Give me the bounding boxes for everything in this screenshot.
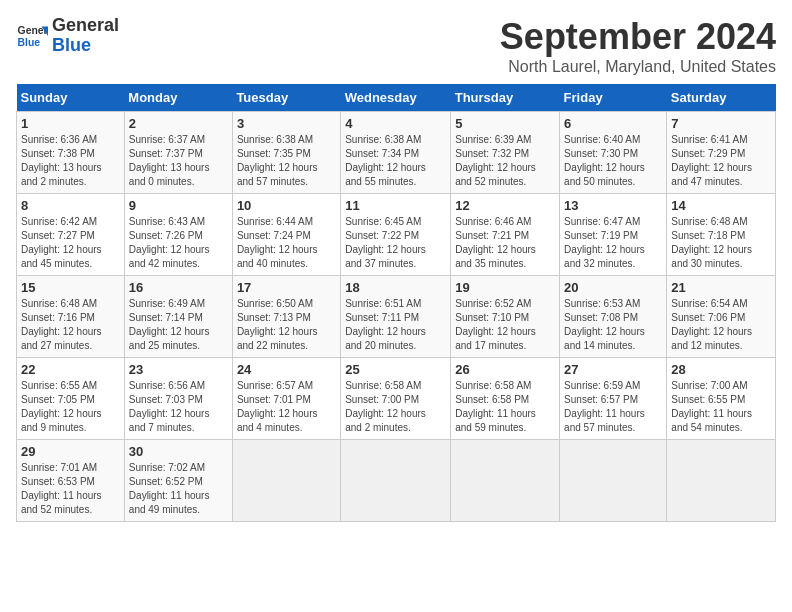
day-number: 11 [345,198,446,213]
day-info: Sunrise: 6:53 AMSunset: 7:08 PMDaylight:… [564,297,662,353]
calendar-cell: 24Sunrise: 6:57 AMSunset: 7:01 PMDayligh… [232,358,340,440]
logo-text: General Blue [52,16,119,56]
calendar-cell: 16Sunrise: 6:49 AMSunset: 7:14 PMDayligh… [124,276,232,358]
day-info: Sunrise: 6:55 AMSunset: 7:05 PMDaylight:… [21,379,120,435]
calendar-cell: 8Sunrise: 6:42 AMSunset: 7:27 PMDaylight… [17,194,125,276]
weekday-header-saturday: Saturday [667,84,776,112]
day-number: 3 [237,116,336,131]
day-info: Sunrise: 6:58 AMSunset: 6:58 PMDaylight:… [455,379,555,435]
calendar-cell: 7Sunrise: 6:41 AMSunset: 7:29 PMDaylight… [667,112,776,194]
day-number: 25 [345,362,446,377]
day-info: Sunrise: 6:41 AMSunset: 7:29 PMDaylight:… [671,133,771,189]
day-number: 24 [237,362,336,377]
day-number: 26 [455,362,555,377]
weekday-header-row: SundayMondayTuesdayWednesdayThursdayFrid… [17,84,776,112]
day-info: Sunrise: 6:58 AMSunset: 7:00 PMDaylight:… [345,379,446,435]
calendar-cell: 28Sunrise: 7:00 AMSunset: 6:55 PMDayligh… [667,358,776,440]
calendar-cell: 2Sunrise: 6:37 AMSunset: 7:37 PMDaylight… [124,112,232,194]
day-number: 8 [21,198,120,213]
day-number: 10 [237,198,336,213]
day-number: 1 [21,116,120,131]
calendar-cell: 13Sunrise: 6:47 AMSunset: 7:19 PMDayligh… [560,194,667,276]
day-info: Sunrise: 6:59 AMSunset: 6:57 PMDaylight:… [564,379,662,435]
calendar-cell [451,440,560,522]
day-number: 27 [564,362,662,377]
day-number: 28 [671,362,771,377]
calendar-cell: 29Sunrise: 7:01 AMSunset: 6:53 PMDayligh… [17,440,125,522]
day-number: 30 [129,444,228,459]
calendar-week-3: 15Sunrise: 6:48 AMSunset: 7:16 PMDayligh… [17,276,776,358]
day-info: Sunrise: 6:38 AMSunset: 7:35 PMDaylight:… [237,133,336,189]
day-info: Sunrise: 7:01 AMSunset: 6:53 PMDaylight:… [21,461,120,517]
calendar-cell: 18Sunrise: 6:51 AMSunset: 7:11 PMDayligh… [341,276,451,358]
logo: General Blue General Blue [16,16,119,56]
day-number: 22 [21,362,120,377]
calendar-cell: 5Sunrise: 6:39 AMSunset: 7:32 PMDaylight… [451,112,560,194]
weekday-header-wednesday: Wednesday [341,84,451,112]
calendar-cell: 17Sunrise: 6:50 AMSunset: 7:13 PMDayligh… [232,276,340,358]
day-info: Sunrise: 6:47 AMSunset: 7:19 PMDaylight:… [564,215,662,271]
day-info: Sunrise: 6:46 AMSunset: 7:21 PMDaylight:… [455,215,555,271]
day-info: Sunrise: 7:00 AMSunset: 6:55 PMDaylight:… [671,379,771,435]
page-header: General Blue General Blue September 2024… [16,16,776,76]
day-info: Sunrise: 6:56 AMSunset: 7:03 PMDaylight:… [129,379,228,435]
location-title: North Laurel, Maryland, United States [500,58,776,76]
calendar-week-1: 1Sunrise: 6:36 AMSunset: 7:38 PMDaylight… [17,112,776,194]
day-info: Sunrise: 6:51 AMSunset: 7:11 PMDaylight:… [345,297,446,353]
weekday-header-thursday: Thursday [451,84,560,112]
day-number: 2 [129,116,228,131]
weekday-header-friday: Friday [560,84,667,112]
day-number: 21 [671,280,771,295]
day-number: 17 [237,280,336,295]
calendar-cell [667,440,776,522]
day-number: 13 [564,198,662,213]
day-number: 19 [455,280,555,295]
day-number: 15 [21,280,120,295]
calendar-cell: 14Sunrise: 6:48 AMSunset: 7:18 PMDayligh… [667,194,776,276]
calendar-cell: 23Sunrise: 6:56 AMSunset: 7:03 PMDayligh… [124,358,232,440]
day-number: 5 [455,116,555,131]
title-area: September 2024 North Laurel, Maryland, U… [500,16,776,76]
day-number: 23 [129,362,228,377]
calendar-table: SundayMondayTuesdayWednesdayThursdayFrid… [16,84,776,522]
calendar-cell: 22Sunrise: 6:55 AMSunset: 7:05 PMDayligh… [17,358,125,440]
day-info: Sunrise: 6:40 AMSunset: 7:30 PMDaylight:… [564,133,662,189]
calendar-cell: 11Sunrise: 6:45 AMSunset: 7:22 PMDayligh… [341,194,451,276]
calendar-cell: 21Sunrise: 6:54 AMSunset: 7:06 PMDayligh… [667,276,776,358]
logo-icon: General Blue [16,20,48,52]
calendar-cell: 19Sunrise: 6:52 AMSunset: 7:10 PMDayligh… [451,276,560,358]
calendar-cell: 3Sunrise: 6:38 AMSunset: 7:35 PMDaylight… [232,112,340,194]
calendar-cell: 10Sunrise: 6:44 AMSunset: 7:24 PMDayligh… [232,194,340,276]
calendar-cell: 4Sunrise: 6:38 AMSunset: 7:34 PMDaylight… [341,112,451,194]
calendar-cell: 30Sunrise: 7:02 AMSunset: 6:52 PMDayligh… [124,440,232,522]
calendar-body: 1Sunrise: 6:36 AMSunset: 7:38 PMDaylight… [17,112,776,522]
calendar-cell [341,440,451,522]
calendar-cell: 12Sunrise: 6:46 AMSunset: 7:21 PMDayligh… [451,194,560,276]
day-number: 6 [564,116,662,131]
calendar-cell [232,440,340,522]
day-info: Sunrise: 6:45 AMSunset: 7:22 PMDaylight:… [345,215,446,271]
weekday-header-tuesday: Tuesday [232,84,340,112]
day-info: Sunrise: 7:02 AMSunset: 6:52 PMDaylight:… [129,461,228,517]
day-number: 20 [564,280,662,295]
day-info: Sunrise: 6:36 AMSunset: 7:38 PMDaylight:… [21,133,120,189]
calendar-cell: 1Sunrise: 6:36 AMSunset: 7:38 PMDaylight… [17,112,125,194]
calendar-cell: 6Sunrise: 6:40 AMSunset: 7:30 PMDaylight… [560,112,667,194]
calendar-week-4: 22Sunrise: 6:55 AMSunset: 7:05 PMDayligh… [17,358,776,440]
day-info: Sunrise: 6:39 AMSunset: 7:32 PMDaylight:… [455,133,555,189]
calendar-cell: 27Sunrise: 6:59 AMSunset: 6:57 PMDayligh… [560,358,667,440]
day-number: 29 [21,444,120,459]
day-info: Sunrise: 6:42 AMSunset: 7:27 PMDaylight:… [21,215,120,271]
day-number: 4 [345,116,446,131]
day-info: Sunrise: 6:49 AMSunset: 7:14 PMDaylight:… [129,297,228,353]
day-number: 16 [129,280,228,295]
month-title: September 2024 [500,16,776,58]
calendar-cell: 20Sunrise: 6:53 AMSunset: 7:08 PMDayligh… [560,276,667,358]
day-info: Sunrise: 6:44 AMSunset: 7:24 PMDaylight:… [237,215,336,271]
weekday-header-monday: Monday [124,84,232,112]
day-info: Sunrise: 6:50 AMSunset: 7:13 PMDaylight:… [237,297,336,353]
day-info: Sunrise: 6:54 AMSunset: 7:06 PMDaylight:… [671,297,771,353]
day-number: 14 [671,198,771,213]
calendar-week-2: 8Sunrise: 6:42 AMSunset: 7:27 PMDaylight… [17,194,776,276]
calendar-cell: 9Sunrise: 6:43 AMSunset: 7:26 PMDaylight… [124,194,232,276]
